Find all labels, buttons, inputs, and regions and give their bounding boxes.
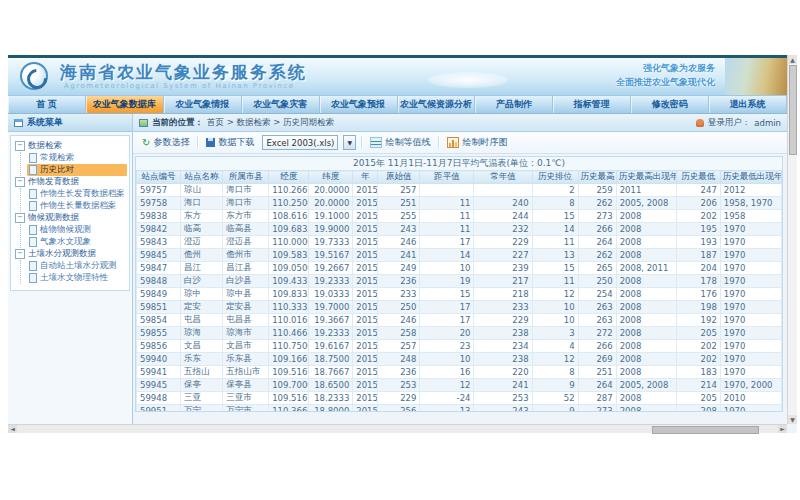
collapse-icon[interactable]: − — [15, 177, 25, 187]
toolbar-divider — [438, 136, 439, 149]
param-select-button[interactable]: ↻ 参数选择 — [139, 135, 192, 150]
username: admin — [754, 118, 781, 128]
tree-item[interactable]: 土壤水文物理特性 — [27, 272, 127, 284]
nav-tab[interactable]: 指标管理 — [553, 96, 631, 113]
table-row[interactable]: 59856文昌文昌市110.750019.6167201525723234426… — [137, 340, 782, 353]
table-cell: 1970 — [720, 340, 781, 353]
tree-item[interactable]: 作物生长量数据档案 — [27, 200, 127, 212]
table-cell: 273 — [578, 405, 616, 413]
table-row[interactable]: 59758海口海口市110.250020.0000201525111240826… — [137, 197, 782, 210]
table-cell: 59757 — [137, 184, 181, 197]
tree-item[interactable]: 自动站土壤水分观测 — [27, 260, 127, 272]
tree-group-label: 数据检索 — [28, 140, 62, 152]
table-row[interactable]: 59849琼中琼中县109.833319.0333201523315218122… — [137, 288, 782, 301]
table-row[interactable]: 59845儋州儋州市109.583319.5167201524114227132… — [137, 249, 782, 262]
table-cell: 236 — [378, 275, 420, 288]
breadcrumb[interactable]: 首页 > 数据检索 > 历史同期检索 — [207, 117, 334, 129]
table-cell: 109.5833 — [269, 249, 309, 262]
table-cell: 19.3667 — [309, 314, 353, 327]
table-cell: 2010 — [720, 392, 781, 405]
tree-item[interactable]: 历史比对 — [27, 164, 127, 176]
nav-tab[interactable]: 退出系统 — [709, 96, 787, 113]
table-cell: 195 — [676, 223, 720, 236]
download-button[interactable]: 数据下载 — [203, 135, 257, 150]
collapse-icon[interactable]: − — [15, 249, 25, 259]
table-row[interactable]: 59848白沙白沙县109.433319.2333201523619217112… — [137, 275, 782, 288]
banner-photo — [725, 58, 787, 95]
table-row[interactable]: 59847昌江昌江县109.050019.2667201524910239152… — [137, 262, 782, 275]
tree-group[interactable]: −作物发育数据 — [15, 176, 127, 188]
tree-item[interactable]: 植物物候观测 — [27, 224, 127, 236]
table-row[interactable]: 59757琼山海口市110.266720.0000201525722592011… — [137, 184, 782, 197]
collapse-icon[interactable]: − — [15, 213, 25, 223]
table-cell: 109.5167 — [269, 392, 309, 405]
horizontal-scrollbar[interactable]: ◄ ► — [8, 424, 787, 433]
nav-tab[interactable]: 首 页 — [8, 96, 86, 113]
column-header: 距平值 — [420, 171, 474, 184]
table-cell: 109.7000 — [269, 379, 309, 392]
table-row[interactable]: 59843澄迈澄迈县110.000019.7333201524617229112… — [137, 236, 782, 249]
table-cell: 1970 — [720, 353, 781, 366]
table-row[interactable]: 59948三亚三亚市109.516718.23332015229-2425352… — [137, 392, 782, 405]
table-row[interactable]: 59951万宁万宁市110.366718.8000201525613243927… — [137, 405, 782, 413]
table-cell: 海口市 — [223, 184, 269, 197]
table-cell: 205 — [676, 392, 720, 405]
table-row[interactable]: 59855琼海琼海市110.466719.2333201525820238327… — [137, 327, 782, 340]
tree-group[interactable]: −土壤水分观测数据 — [15, 248, 127, 260]
table-cell: 儋州市 — [223, 249, 269, 262]
scroll-right-arrow[interactable]: ► — [778, 425, 787, 433]
table-cell: 2015 — [353, 392, 378, 405]
table-row[interactable]: 59941五指山五指山市109.516718.76672015236162208… — [137, 366, 782, 379]
draw-timeseries-button[interactable]: 绘制时序图 — [444, 135, 510, 150]
nav-tab[interactable]: 农业气候资源分析 — [398, 96, 476, 113]
table-row[interactable]: 59940乐东乐东县109.166718.7500201524810238122… — [137, 353, 782, 366]
vertical-scrollbar[interactable]: ▲ ▼ — [787, 55, 797, 424]
table-cell: 23 — [420, 340, 474, 353]
table-cell: 52 — [532, 392, 578, 405]
scroll-up-arrow[interactable]: ▲ — [788, 55, 797, 64]
nav-tab[interactable]: 农业气象灾害 — [242, 96, 320, 113]
horizontal-scroll-thumb[interactable] — [652, 426, 759, 434]
nav-tab[interactable]: 农业气象情报 — [164, 96, 242, 113]
table-cell: 110.2500 — [269, 197, 309, 210]
table-cell: 59854 — [137, 314, 181, 327]
export-format-select[interactable]: Excel 2003(.xls) — [262, 135, 338, 150]
nav-tab[interactable]: 修改密码 — [631, 96, 709, 113]
draw-contour-button[interactable]: 绘制等值线 — [367, 135, 433, 150]
table-cell: 白沙 — [181, 275, 223, 288]
table-cell: -24 — [420, 392, 474, 405]
export-format-dropdown-button[interactable]: ▼ — [343, 135, 356, 150]
table-cell: 10 — [420, 353, 474, 366]
table-cell: 193 — [676, 236, 720, 249]
table-row[interactable]: 59838东方东方市108.616719.1000201525511244152… — [137, 210, 782, 223]
bar-chart-icon — [447, 137, 459, 148]
table-cell: 8 — [532, 197, 578, 210]
tree-group[interactable]: −物候观测数据 — [15, 212, 127, 224]
table-cell: 246 — [378, 236, 420, 249]
table-cell: 五指山 — [181, 366, 223, 379]
tree-item[interactable]: 作物生长发育数据档案 — [27, 188, 127, 200]
table-cell: 2008 — [616, 288, 676, 301]
tree-group[interactable]: −数据检索 — [15, 140, 127, 152]
table-cell: 屯昌县 — [223, 314, 269, 327]
table-row[interactable]: 59945保亭保亭县109.700018.6500201525312241926… — [137, 379, 782, 392]
table-row[interactable]: 59851定安定安县110.333319.7000201525017233102… — [137, 301, 782, 314]
tree-item[interactable]: 气象水文现象 — [27, 236, 127, 248]
table-cell: 屯昌 — [181, 314, 223, 327]
scroll-down-arrow[interactable]: ▼ — [788, 415, 797, 424]
table-cell: 2008 — [616, 340, 676, 353]
table-cell: 248 — [378, 353, 420, 366]
table-cell: 2008 — [616, 327, 676, 340]
nav-tab[interactable]: 农业气象预报 — [320, 96, 398, 113]
table-cell: 10 — [420, 262, 474, 275]
nav-tab[interactable]: 农业气象数据库 — [86, 96, 164, 113]
scroll-left-arrow[interactable]: ◄ — [8, 425, 17, 433]
nav-tab[interactable]: 产品制作 — [475, 96, 553, 113]
table-row[interactable]: 59842临高临高县109.683319.9000201524311232142… — [137, 223, 782, 236]
vertical-scroll-thumb[interactable] — [789, 65, 797, 155]
table-row[interactable]: 59854屯昌屯昌县110.016719.3667201524617229102… — [137, 314, 782, 327]
collapse-icon[interactable]: − — [15, 141, 25, 151]
tree-item[interactable]: 常规检索 — [27, 152, 127, 164]
table-cell: 257 — [378, 184, 420, 197]
table-cell: 2008, 2011 — [616, 262, 676, 275]
